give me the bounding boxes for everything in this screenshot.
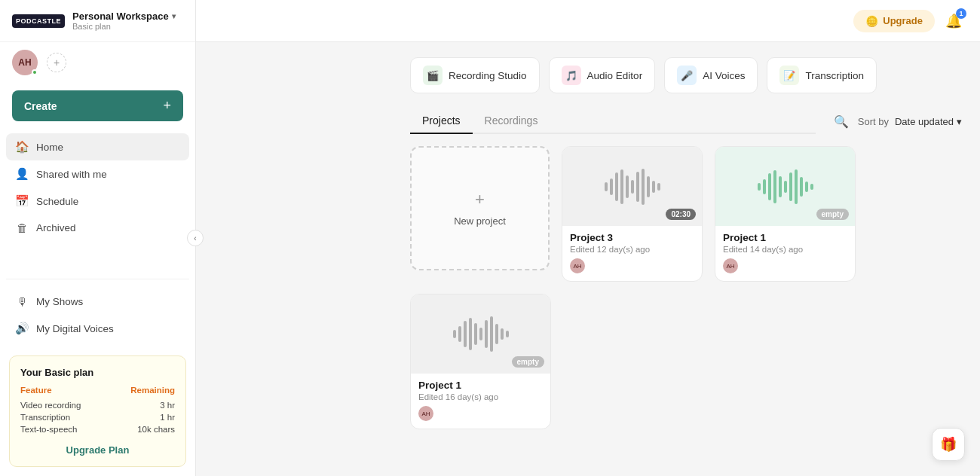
sidebar-item-label: Schedule bbox=[36, 196, 78, 207]
projects-grid: + New project 02:30 bbox=[410, 146, 962, 429]
ai-voices-button[interactable]: 🎤 AI Voices bbox=[664, 57, 758, 93]
tool-buttons: 🎬 Recording Studio 🎵 Audio Editor 🎤 AI V… bbox=[410, 57, 962, 93]
sort-area: 🔍 Sort by Date updated ▾ bbox=[831, 111, 962, 132]
sort-label: Sort by bbox=[858, 116, 889, 127]
workspace-info: Personal Workspace ▾ Basic plan bbox=[72, 11, 183, 31]
sidebar-item-shared[interactable]: 👤 Shared with me bbox=[6, 160, 189, 188]
notification-badge: 1 bbox=[956, 8, 966, 19]
sidebar-item-label: My Digital Voices bbox=[36, 323, 114, 334]
project-date: Edited 12 day(s) ago bbox=[570, 245, 694, 254]
plan-row-tts: Text-to-speech 10k chars bbox=[20, 423, 175, 435]
plan-row-transcription: Transcription 1 hr bbox=[20, 411, 175, 423]
plan-row-video: Video recording 3 hr bbox=[20, 399, 175, 411]
project-name: Project 1 bbox=[723, 232, 847, 243]
feature-remaining: 1 hr bbox=[160, 413, 175, 422]
sidebar-item-home[interactable]: 🏠 Home bbox=[6, 133, 189, 160]
project-owner-avatar: AH bbox=[418, 406, 433, 421]
add-workspace-button[interactable]: + bbox=[47, 53, 66, 72]
transcription-icon: 📝 bbox=[779, 66, 799, 85]
tab-projects[interactable]: Projects bbox=[410, 108, 473, 134]
sort-chevron-icon: ▾ bbox=[957, 116, 962, 127]
chevron-down-icon: ▾ bbox=[172, 12, 176, 20]
audio-editor-button[interactable]: 🎵 Audio Editor bbox=[549, 57, 656, 93]
empty-badge: empty bbox=[816, 209, 849, 220]
sidebar-item-label: Shared with me bbox=[36, 169, 107, 180]
sidebar-item-schedule[interactable]: 📅 Schedule bbox=[6, 188, 189, 215]
empty-badge: empty bbox=[512, 356, 544, 368]
sidebar-item-archived[interactable]: 🗑 Archived bbox=[6, 215, 189, 241]
sidebar-item-label: My Shows bbox=[36, 296, 83, 307]
project-info: Project 1 Edited 16 day(s) ago AH bbox=[411, 374, 550, 429]
topbar: 🪙 Upgrade 🔔 1 bbox=[196, 0, 980, 42]
project-owner-avatar: AH bbox=[570, 258, 585, 273]
project-owner-avatar: AH bbox=[723, 258, 738, 273]
project-avatar-row: AH bbox=[570, 258, 694, 273]
tool-label: Audio Editor bbox=[587, 70, 643, 81]
workspace-name[interactable]: Personal Workspace ▾ bbox=[72, 11, 183, 22]
sidebar-item-label: Home bbox=[36, 142, 63, 153]
plan-card: Your Basic plan Feature Remaining Video … bbox=[9, 355, 186, 467]
plan-table: Feature Remaining Video recording 3 hr T… bbox=[20, 386, 175, 435]
sidebar: PODCASTLE Personal Workspace ▾ Basic pla… bbox=[0, 0, 196, 476]
upgrade-button[interactable]: 🪙 Upgrade bbox=[853, 10, 935, 32]
feature-name: Text-to-speech bbox=[20, 425, 77, 434]
feature-remaining: 3 hr bbox=[160, 401, 175, 410]
avatar-row: AH + bbox=[0, 42, 195, 83]
plan-table-header: Feature Remaining bbox=[20, 386, 175, 395]
feature-name: Transcription bbox=[20, 413, 70, 422]
project-avatar-row: AH bbox=[723, 258, 847, 273]
sidebar-item-label: Archived bbox=[36, 222, 76, 233]
archive-icon: 🗑 bbox=[15, 221, 29, 234]
sidebar-item-my-shows[interactable]: 🎙 My Shows bbox=[6, 288, 189, 315]
tabs: Projects Recordings bbox=[410, 108, 816, 134]
new-project-plus-icon: + bbox=[475, 190, 485, 209]
home-icon: 🏠 bbox=[15, 140, 29, 154]
chat-bubble-button[interactable]: 🎁 bbox=[932, 428, 965, 461]
project-thumbnail: empty bbox=[715, 147, 855, 226]
avatar-online-dot bbox=[32, 69, 38, 75]
app-logo: PODCASTLE bbox=[12, 14, 65, 28]
waveform bbox=[758, 168, 813, 206]
feature-header: Feature bbox=[20, 386, 52, 395]
nav-section-main: 🏠 Home 👤 Shared with me 📅 Schedule 🗑 Arc… bbox=[0, 129, 195, 274]
create-button[interactable]: Create + bbox=[12, 90, 183, 121]
project-name: Project 3 bbox=[570, 232, 694, 243]
ai-icon: 🎤 bbox=[677, 66, 697, 85]
project-date: Edited 16 day(s) ago bbox=[418, 392, 543, 401]
main-content: 🎬 Recording Studio 🎵 Audio Editor 🎤 AI V… bbox=[392, 42, 980, 476]
project-avatar-row: AH bbox=[418, 406, 543, 421]
project-thumbnail: empty bbox=[411, 294, 550, 374]
schedule-icon: 📅 bbox=[15, 194, 29, 208]
project-card[interactable]: empty Project 1 Edited 16 day(s) ago AH bbox=[410, 294, 551, 429]
plan-title: Your Basic plan bbox=[20, 367, 175, 378]
project-card[interactable]: empty Project 1 Edited 14 day(s) ago AH bbox=[715, 146, 856, 282]
workspace-plan: Basic plan bbox=[72, 22, 183, 31]
nav-section-bottom: 🎙 My Shows 🔊 My Digital Voices bbox=[0, 284, 195, 346]
project-card[interactable]: 02:30 Project 3 Edited 12 day(s) ago AH bbox=[562, 146, 703, 282]
tool-label: Transcription bbox=[805, 70, 864, 81]
tool-label: Recording Studio bbox=[449, 70, 527, 81]
avatar[interactable]: AH bbox=[12, 50, 38, 75]
camera-icon: 🎬 bbox=[423, 66, 443, 85]
tool-label: AI Voices bbox=[703, 70, 745, 81]
coin-icon: 🪙 bbox=[865, 15, 878, 27]
voices-icon: 🔊 bbox=[15, 322, 29, 335]
sort-value-button[interactable]: Date updated ▾ bbox=[895, 116, 962, 127]
nav-divider bbox=[6, 279, 189, 279]
new-project-label: New project bbox=[454, 215, 506, 227]
project-info: Project 1 Edited 14 day(s) ago AH bbox=[715, 226, 855, 281]
shared-icon: 👤 bbox=[15, 167, 29, 181]
search-button[interactable]: 🔍 bbox=[831, 111, 852, 132]
tabs-row: Projects Recordings 🔍 Sort by Date updat… bbox=[410, 108, 962, 134]
notification-button[interactable]: 🔔 1 bbox=[942, 10, 965, 32]
new-project-card[interactable]: + New project bbox=[410, 146, 550, 270]
tab-recordings[interactable]: Recordings bbox=[473, 108, 550, 134]
sidebar-item-my-digital-voices[interactable]: 🔊 My Digital Voices bbox=[6, 315, 189, 342]
upgrade-plan-link[interactable]: Upgrade Plan bbox=[20, 444, 175, 456]
waveform bbox=[605, 168, 660, 206]
create-plus-icon: + bbox=[163, 98, 171, 114]
transcription-button[interactable]: 📝 Transcription bbox=[767, 57, 877, 93]
collapse-sidebar-button[interactable]: ‹ bbox=[187, 230, 204, 246]
project-name: Project 1 bbox=[418, 380, 543, 391]
recording-studio-button[interactable]: 🎬 Recording Studio bbox=[410, 57, 540, 93]
